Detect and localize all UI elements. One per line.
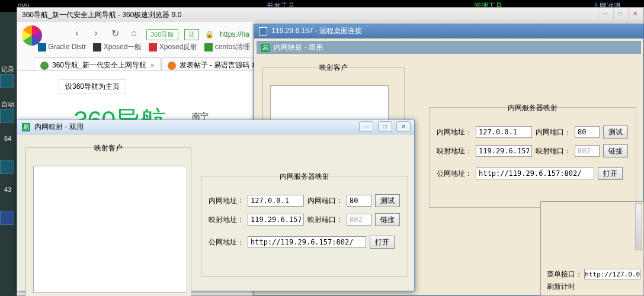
browser-max-button[interactable]: □ (613, 9, 626, 20)
left-icon-4[interactable] (0, 211, 14, 225)
rdp-open-button[interactable]: 打开 (598, 167, 623, 180)
rdp-lbl-map-port: 映射端口： (536, 146, 571, 156)
app-titlebar[interactable]: 易 内网映射 - 双用 — □ ✕ (17, 120, 414, 134)
bookmark-xposed2[interactable]: Xposed反射 (149, 42, 197, 52)
rdp-title-text: 119.29.6.157 - 远程桌面连接 (271, 27, 362, 35)
app-lbl-pub-addr: 公网地址： (209, 237, 244, 247)
br-check-input[interactable] (584, 269, 640, 279)
rdp-server-group: 内网服务器映射 内网地址： 内网端口： 测试 映射地址： 映射端口： 链接 公网… (429, 107, 636, 208)
app-map-addr-input[interactable] (248, 214, 304, 226)
url-site-tag[interactable]: 360导航 (146, 29, 178, 40)
bookmark-gradle[interactable]: Gradle Distr (38, 43, 86, 52)
rdp-lbl-inner-addr: 内网地址： (437, 127, 472, 137)
left-label-2: 自动 (0, 100, 15, 109)
browser-close-button[interactable]: ✕ (628, 9, 641, 20)
app-lbl-inner-port: 内网端口： (307, 196, 343, 206)
left-label-4: 43 (0, 186, 15, 193)
rdp-pub-addr-input[interactable] (476, 168, 594, 179)
app-min-button[interactable]: — (359, 121, 373, 132)
rdp-inner-addr-input[interactable] (476, 126, 532, 138)
app-close-button[interactable]: ✕ (396, 121, 411, 132)
tab1-close-icon[interactable]: ✕ (150, 62, 155, 69)
rdp-map-port-input[interactable] (575, 145, 600, 157)
br-panel: 查单接口： 刷新计时 (540, 201, 644, 296)
app-icon: 易 (261, 44, 270, 52)
app-lbl-inner-addr: 内网地址： (209, 196, 244, 206)
nav-forward-icon[interactable]: › (89, 28, 102, 41)
url-cert-tag[interactable]: 证 (184, 29, 199, 40)
left-label-1: 记录 (0, 65, 15, 74)
app-link-button[interactable]: 链接 (375, 213, 400, 226)
rdp-inner-port-input[interactable] (575, 126, 600, 138)
nav-reload-icon[interactable]: ↻ (108, 28, 121, 41)
app-max-button[interactable]: □ (378, 121, 392, 132)
app-window: 易 内网映射 - 双用 — □ ✕ 映射客户 内网服务器映射 内网地址： 内网端… (17, 120, 415, 291)
left-label-3: 64 (0, 135, 15, 142)
rdp-client-group-title: 映射客户 (313, 63, 354, 72)
rdp-lbl-inner-port: 内网端口： (536, 127, 571, 137)
rdp-lbl-map-addr: 映射地址： (437, 146, 472, 156)
rdp-icon (259, 27, 267, 36)
rdp-server-group-title: 内网服务器映射 (502, 104, 563, 112)
bookmark-centos[interactable]: centos清理 (204, 42, 250, 52)
rdp-inner-title-text: 内网映射 - 双用 (274, 43, 323, 52)
desktop-left-column: 记录 自动 64 43 (0, 65, 15, 237)
tab1-favicon-icon (40, 62, 49, 70)
app-title-text: 内网映射 - 双用 (34, 123, 84, 131)
rdp-map-addr-input[interactable] (476, 145, 532, 157)
set-homepage-button[interactable]: 设360导航为主页 (59, 79, 126, 94)
app-inner-port-input[interactable] (347, 195, 371, 207)
bookmarks-bar: Gradle Distr Xposed一般 Xposed反射 centos清理 (38, 42, 250, 52)
rdp-test-button[interactable]: 测试 (603, 126, 628, 139)
app-pub-addr-input[interactable] (248, 236, 366, 248)
app-server-group: 内网服务器映射 内网地址： 内网端口： 测试 映射地址： 映射端口： 链接 公网… (201, 176, 408, 276)
app-test-button[interactable]: 测试 (375, 194, 400, 207)
browser-min-button[interactable]: — (598, 9, 611, 20)
tab2-favicon-icon (168, 62, 176, 70)
app-title-icon: 易 (22, 123, 30, 131)
br-scrollbar[interactable] (635, 203, 642, 250)
app-open-button[interactable]: 打开 (370, 236, 395, 249)
url-text[interactable]: https://ha (220, 30, 249, 38)
left-icon-1[interactable] (0, 74, 14, 88)
left-icon-3[interactable] (0, 160, 14, 174)
app-map-port-input[interactable] (347, 214, 371, 226)
app-server-group-title: 内网服务器映射 (274, 172, 335, 181)
tab1-label: 360导航_新一代安全上网导航 (52, 60, 146, 70)
app-client-group: 映射客户 (25, 147, 191, 296)
br-check-label: 查单接口： (547, 270, 582, 278)
browser-titlebar[interactable]: 360导航_新一代安全上网导航 - 360极速浏览器 9.0 — □ ✕ (17, 8, 643, 22)
app-lbl-map-addr: 映射地址： (209, 215, 244, 225)
nav-home-icon[interactable]: ⌂ (127, 28, 140, 41)
rdp-titlebar[interactable]: 119.29.6.157 - 远程桌面连接 (254, 24, 643, 38)
app-client-group-title: 映射客户 (88, 144, 129, 152)
browser-nav: ‹ › ↻ ⌂ 360导航 证 🔒 https://ha (71, 28, 249, 41)
app-client-list[interactable] (33, 166, 187, 293)
app-inner-addr-input[interactable] (248, 195, 304, 207)
app-lbl-map-port: 映射端口： (307, 215, 343, 225)
lock-icon: 🔒 (205, 30, 214, 38)
bookmark-xposed1[interactable]: Xposed一般 (93, 42, 142, 52)
rdp-link-button[interactable]: 链接 (603, 144, 628, 157)
browser-title-text: 360导航_新一代安全上网导航 - 360极速浏览器 9.0 (22, 11, 181, 19)
nav-back-icon[interactable]: ‹ (71, 28, 84, 41)
rdp-lbl-pub-addr: 公网地址： (437, 169, 472, 179)
br-timer-label: 刷新计时 (547, 282, 575, 291)
rdp-inner-titlebar[interactable]: 易 内网映射 - 双用 (257, 41, 641, 54)
left-icon-2[interactable] (0, 109, 14, 123)
